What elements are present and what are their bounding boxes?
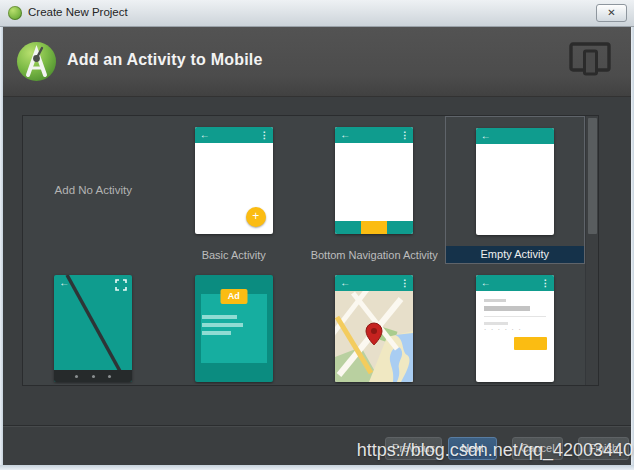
activity-card-empty-activity[interactable]: ← Empty Activity — [445, 116, 586, 264]
basic-activity-thumbnail: ← ⋮ + — [195, 127, 273, 234]
activity-card-bottom-navigation-activity[interactable]: ← ⋮ Bottom Navigation Activity — [304, 116, 445, 264]
window-border-bottom — [0, 465, 634, 470]
window-title: Create New Project — [28, 6, 128, 18]
card-label-selected: Empty Activity — [446, 246, 585, 263]
appbar-graphic: ← ⋮ — [335, 127, 413, 143]
overflow-menu-icon: ⋮ — [541, 276, 550, 290]
placeholder-line — [202, 323, 243, 327]
back-arrow-icon: ← — [200, 128, 210, 142]
back-arrow-icon: ← — [481, 276, 491, 290]
page-title: Add an Activity to Mobile — [67, 51, 263, 69]
mobile-tablet-form-factor-icon — [569, 42, 611, 76]
window-border-left — [0, 27, 3, 470]
activity-card-login-activity[interactable]: ← ⋮ · · · · · · — [445, 264, 586, 384]
placeholder-line — [484, 299, 506, 302]
wizard-body: Add No Activity ← ⋮ + Basic Activity — [3, 97, 631, 465]
placeholder-input — [484, 306, 530, 311]
overflow-menu-icon: ⋮ — [400, 128, 409, 142]
activity-card-google-maps-activity[interactable]: ← ⋮ — [304, 264, 445, 384]
activity-card-admob-ads-activity[interactable]: Ad — [164, 264, 305, 384]
sign-in-button-graphic — [514, 337, 547, 350]
gallery-scrollbar[interactable] — [585, 116, 598, 385]
appbar-graphic: ← ⋮ — [335, 275, 413, 291]
bottom-navigation-thumbnail: ← ⋮ — [335, 127, 413, 234]
placeholder-line — [202, 315, 237, 319]
placeholder-line — [202, 331, 231, 335]
fullscreen-activity-thumbnail: ← — [54, 275, 132, 382]
activity-gallery: Add No Activity ← ⋮ + Basic Activity — [22, 115, 599, 386]
card-label: Basic Activity — [164, 247, 305, 264]
activity-card-basic-activity[interactable]: ← ⋮ + Basic Activity — [164, 116, 305, 264]
card-label: Add No Activity — [55, 184, 132, 196]
wizard-header: Add an Activity to Mobile — [3, 27, 631, 97]
overflow-menu-icon: ⋮ — [400, 276, 409, 290]
close-icon[interactable]: ✕ — [596, 4, 627, 22]
appbar-graphic: ← ⋮ — [195, 127, 273, 143]
footer-divider-highlight — [3, 426, 631, 427]
activity-grid: Add No Activity ← ⋮ + Basic Activity — [23, 116, 585, 385]
password-dots: · · · · · · — [484, 325, 522, 334]
create-new-project-dialog: Create New Project ✕ Add an Activity to … — [0, 0, 634, 470]
back-arrow-icon: ← — [340, 128, 350, 142]
android-studio-logo-icon — [16, 41, 57, 82]
nav-bar-graphic — [54, 370, 132, 382]
scrollbar-thumb[interactable] — [588, 118, 597, 234]
ad-badge: Ad — [220, 289, 247, 304]
empty-activity-thumbnail: ← — [476, 128, 554, 235]
diagonal-divider-graphic — [54, 275, 132, 382]
card-label: Bottom Navigation Activity — [304, 247, 445, 264]
login-activity-thumbnail: ← ⋮ · · · · · · — [476, 275, 554, 382]
ad-content-panel — [201, 294, 267, 363]
activity-card-add-no-activity[interactable]: Add No Activity — [23, 116, 164, 264]
bottom-nav-graphic — [335, 221, 413, 234]
back-arrow-icon: ← — [340, 276, 350, 290]
appbar-graphic: ← — [476, 128, 554, 144]
appbar-graphic: ← ⋮ — [476, 275, 554, 291]
overflow-menu-icon: ⋮ — [260, 128, 269, 142]
fab-plus-icon: + — [246, 207, 266, 227]
placeholder-divider — [484, 316, 546, 317]
android-studio-taskbar-icon — [8, 6, 22, 20]
admob-ads-thumbnail: Ad — [195, 275, 273, 382]
window-titlebar[interactable]: Create New Project ✕ — [0, 0, 634, 27]
csdn-watermark: https://blog.csdn.net/qq_42003440 — [357, 440, 633, 461]
map-graphic — [335, 291, 413, 382]
back-arrow-icon: ← — [481, 129, 491, 143]
google-maps-thumbnail: ← ⋮ — [335, 275, 413, 382]
activity-card-fullscreen-activity[interactable]: ← — [23, 264, 164, 384]
